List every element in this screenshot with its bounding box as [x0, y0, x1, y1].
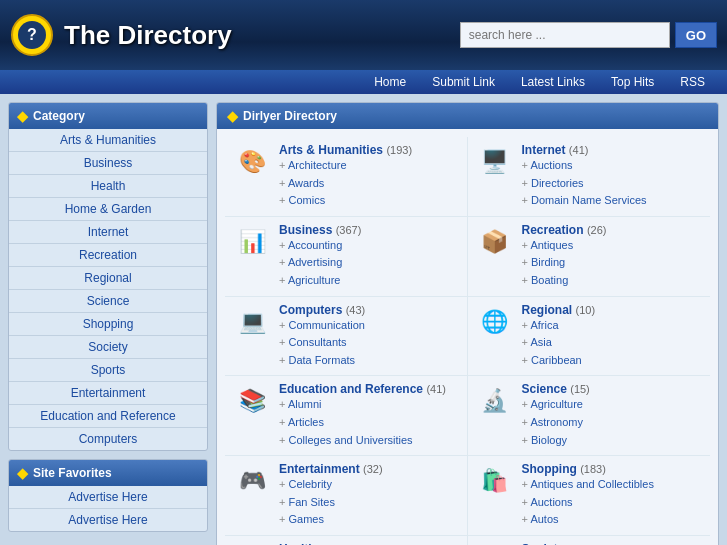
sidebar-category-item[interactable]: Business — [9, 152, 207, 175]
directory-item: 🌍 Society (29) AdviceCrimeDisabled — [468, 536, 711, 545]
dir-sub-item[interactable]: Awards — [279, 175, 459, 193]
svg-text:?: ? — [27, 26, 37, 43]
nav-item[interactable]: RSS — [668, 72, 717, 92]
favorites-list: Advertise HereAdvertise Here — [9, 486, 207, 531]
dir-item-subs: ArchitectureAwardsComics — [279, 157, 459, 210]
dir-item-subs: AlumniArticlesColleges and Universities — [279, 396, 459, 449]
dir-item-icon: 💻 — [233, 303, 271, 341]
directory-item: 🖥️ Internet (41) AuctionsDirectoriesDoma… — [468, 137, 711, 217]
dir-sub-item[interactable]: Auctions — [522, 494, 703, 512]
dir-item-count: (26) — [587, 224, 607, 236]
dir-sub-item[interactable]: Astronomy — [522, 414, 703, 432]
dir-item-title[interactable]: Arts & Humanities — [279, 143, 383, 157]
dir-item-title[interactable]: Internet — [522, 143, 566, 157]
dir-sub-item[interactable]: Games — [279, 511, 459, 529]
search-button[interactable]: GO — [675, 22, 717, 48]
dir-item-title[interactable]: Education and Reference — [279, 382, 423, 396]
sidebar-category-item[interactable]: Recreation — [9, 244, 207, 267]
dir-item-count: (10) — [576, 304, 596, 316]
dir-item-icon: 🌐 — [476, 303, 514, 341]
dir-item-info: Internet (41) AuctionsDirectoriesDomain … — [522, 143, 703, 210]
dir-item-info: Entertainment (32) CelebrityFan SitesGam… — [279, 462, 459, 529]
dir-item-count: (183) — [580, 463, 606, 475]
sidebar-category-item[interactable]: Education and Reference — [9, 405, 207, 428]
sidebar-category-item[interactable]: Computers — [9, 428, 207, 450]
dir-item-title[interactable]: Recreation — [522, 223, 584, 237]
directory-grid: 🎨 Arts & Humanities (193) ArchitectureAw… — [217, 129, 718, 545]
sidebar-category-item[interactable]: Sports — [9, 359, 207, 382]
dir-item-title[interactable]: Shopping — [522, 462, 577, 476]
dir-sub-item[interactable]: Autos — [522, 511, 703, 529]
dir-item-icon: 📦 — [476, 223, 514, 261]
dir-item-subs: AntiquesBirdingBoating — [522, 237, 703, 290]
directory-item: 📦 Recreation (26) AntiquesBirdingBoating — [468, 217, 711, 297]
dir-sub-item[interactable]: Articles — [279, 414, 459, 432]
dir-item-title[interactable]: Computers — [279, 303, 342, 317]
favorites-header-label: Site Favorites — [33, 466, 112, 480]
dir-item-icon: 🖥️ — [476, 143, 514, 181]
nav-item[interactable]: Home — [362, 72, 418, 92]
content-header: ◆ Dirlyer Directory — [217, 103, 718, 129]
dir-sub-item[interactable]: Agriculture — [279, 272, 459, 290]
dir-sub-item[interactable]: Accounting — [279, 237, 459, 255]
dir-sub-item[interactable]: Agriculture — [522, 396, 703, 414]
category-icon: ◆ — [17, 108, 28, 124]
sidebar-category-item[interactable]: Internet — [9, 221, 207, 244]
dir-sub-item[interactable]: Auctions — [522, 157, 703, 175]
dir-sub-item[interactable]: Directories — [522, 175, 703, 193]
dir-sub-item[interactable]: Birding — [522, 254, 703, 272]
sidebar-favorite-item[interactable]: Advertise Here — [9, 486, 207, 509]
sidebar-category-item[interactable]: Home & Garden — [9, 198, 207, 221]
dir-sub-item[interactable]: Colleges and Universities — [279, 432, 459, 450]
dir-sub-item[interactable]: Advertising — [279, 254, 459, 272]
content: ◆ Dirlyer Directory 🎨 Arts & Humanities … — [216, 102, 719, 545]
sidebar-category-item[interactable]: Regional — [9, 267, 207, 290]
sidebar: ◆ Category Arts & HumanitiesBusinessHeal… — [8, 102, 208, 545]
dir-sub-item[interactable]: Asia — [522, 334, 703, 352]
dir-sub-item[interactable]: Boating — [522, 272, 703, 290]
dir-item-title[interactable]: Science — [522, 382, 567, 396]
search-input[interactable] — [460, 22, 670, 48]
dir-sub-item[interactable]: Celebrity — [279, 476, 459, 494]
dir-sub-item[interactable]: Alumni — [279, 396, 459, 414]
nav-item[interactable]: Top Hits — [599, 72, 666, 92]
dir-sub-item[interactable]: Antiques and Collectibles — [522, 476, 703, 494]
sidebar-category-item[interactable]: Shopping — [9, 313, 207, 336]
dir-item-subs: CommunicationConsultantsData Formats — [279, 317, 459, 370]
nav-item[interactable]: Submit Link — [420, 72, 507, 92]
directory-item: ➕ Health (86) BeautyChild CareDental Car… — [225, 536, 468, 545]
sidebar-category-item[interactable]: Society — [9, 336, 207, 359]
dir-sub-item[interactable]: Comics — [279, 192, 459, 210]
category-list: Arts & HumanitiesBusinessHealthHome & Ga… — [9, 129, 207, 450]
directory-item: 📚 Education and Reference (41) AlumniArt… — [225, 376, 468, 456]
dir-item-title[interactable]: Entertainment — [279, 462, 360, 476]
directory-item: 🔬 Science (15) AgricultureAstronomyBiolo… — [468, 376, 711, 456]
directory-item: 📊 Business (367) AccountingAdvertisingAg… — [225, 217, 468, 297]
nav-item[interactable]: Latest Links — [509, 72, 597, 92]
sidebar-category-item[interactable]: Science — [9, 290, 207, 313]
dir-sub-item[interactable]: Architecture — [279, 157, 459, 175]
main: ◆ Category Arts & HumanitiesBusinessHeal… — [0, 94, 727, 545]
dir-item-info: Recreation (26) AntiquesBirdingBoating — [522, 223, 703, 290]
dir-item-title[interactable]: Business — [279, 223, 332, 237]
sidebar-category-item[interactable]: Entertainment — [9, 382, 207, 405]
sidebar-category-item[interactable]: Health — [9, 175, 207, 198]
sidebar-category-item[interactable]: Arts & Humanities — [9, 129, 207, 152]
dir-item-info: Education and Reference (41) AlumniArtic… — [279, 382, 459, 449]
directory-item: 🌐 Regional (10) AfricaAsiaCaribbean — [468, 297, 711, 377]
dir-sub-item[interactable]: Biology — [522, 432, 703, 450]
dir-sub-item[interactable]: Data Formats — [279, 352, 459, 370]
sidebar-favorite-item[interactable]: Advertise Here — [9, 509, 207, 531]
logo-text: The Directory — [64, 20, 232, 51]
dir-sub-item[interactable]: Caribbean — [522, 352, 703, 370]
dir-sub-item[interactable]: Africa — [522, 317, 703, 335]
favorites-box: ◆ Site Favorites Advertise HereAdvertise… — [8, 459, 208, 532]
dir-item-info: Computers (43) CommunicationConsultantsD… — [279, 303, 459, 370]
dir-sub-item[interactable]: Fan Sites — [279, 494, 459, 512]
dir-sub-item[interactable]: Consultants — [279, 334, 459, 352]
dir-sub-item[interactable]: Antiques — [522, 237, 703, 255]
dir-item-title[interactable]: Regional — [522, 303, 573, 317]
dir-sub-item[interactable]: Communication — [279, 317, 459, 335]
navbar: HomeSubmit LinkLatest LinksTop HitsRSS — [0, 70, 727, 94]
dir-sub-item[interactable]: Domain Name Services — [522, 192, 703, 210]
